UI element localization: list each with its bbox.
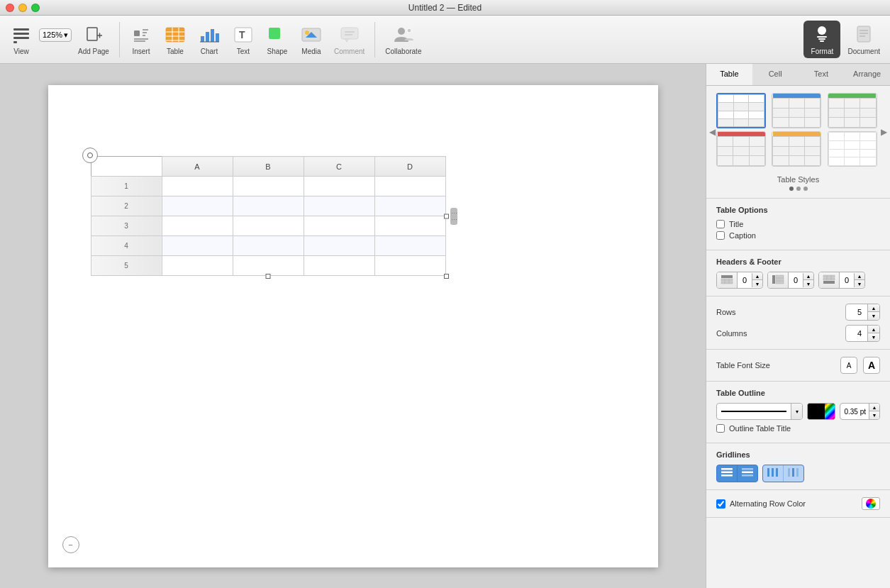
chart-button[interactable]: Chart bbox=[194, 21, 225, 58]
caption-checkbox[interactable] bbox=[716, 231, 725, 240]
rows-up[interactable]: ▲ bbox=[868, 304, 879, 312]
style-plain[interactable] bbox=[716, 93, 766, 128]
font-size-decrease[interactable]: A bbox=[840, 357, 857, 374]
style-green-header[interactable] bbox=[828, 93, 877, 128]
cell-4a[interactable] bbox=[162, 236, 233, 256]
shape-button[interactable]: Shape bbox=[262, 21, 293, 58]
document-button[interactable]: Document bbox=[843, 21, 884, 58]
col-header-a[interactable]: A bbox=[162, 157, 233, 177]
outline-pt-value[interactable]: 0.35 pt bbox=[840, 408, 869, 416]
style-no-lines[interactable] bbox=[828, 131, 877, 167]
col-header-c[interactable]: C bbox=[304, 157, 374, 177]
alt-row-color-wheel[interactable] bbox=[866, 499, 876, 509]
minimize-button[interactable] bbox=[18, 4, 27, 12]
header-rows-up[interactable]: ▲ bbox=[752, 273, 762, 280]
cell-5b[interactable] bbox=[233, 256, 304, 276]
format-button[interactable]: Format bbox=[803, 21, 840, 58]
columns-up[interactable]: ▲ bbox=[868, 326, 879, 333]
gridlines-all-cols[interactable] bbox=[763, 465, 784, 482]
cell-4b[interactable] bbox=[233, 236, 304, 256]
zoom-select[interactable]: 125% ▾ bbox=[39, 28, 72, 42]
cell-2c[interactable] bbox=[304, 196, 374, 216]
title-checkbox[interactable] bbox=[716, 220, 725, 228]
maximize-button[interactable] bbox=[31, 4, 40, 12]
cell-5a[interactable] bbox=[162, 256, 233, 276]
gridlines-all-rows[interactable] bbox=[717, 465, 738, 482]
header-rows-down[interactable]: ▼ bbox=[752, 280, 762, 287]
view-button[interactable]: View bbox=[6, 21, 37, 58]
outline-title-checkbox[interactable] bbox=[716, 424, 725, 433]
columns-value[interactable]: 4 bbox=[846, 328, 867, 339]
gridlines-inner-cols[interactable] bbox=[784, 465, 803, 482]
canvas-area[interactable]: ⋮⋮ A B C D 1 bbox=[0, 64, 706, 588]
cell-1d[interactable] bbox=[374, 177, 445, 196]
font-size-increase[interactable]: A bbox=[863, 357, 880, 374]
outline-pt-down[interactable]: ▼ bbox=[869, 411, 879, 419]
cell-3d[interactable] bbox=[374, 216, 445, 236]
col-header-d[interactable]: D bbox=[374, 157, 445, 177]
collaborate-button[interactable]: Collaborate bbox=[381, 21, 425, 58]
tab-cell[interactable]: Cell bbox=[752, 64, 799, 85]
cell-5c[interactable] bbox=[304, 256, 374, 276]
cell-3b[interactable] bbox=[233, 216, 304, 236]
cell-2a[interactable] bbox=[162, 196, 233, 216]
header-cols-down[interactable]: ▼ bbox=[803, 280, 813, 287]
tab-arrange[interactable]: Arrange bbox=[844, 64, 890, 85]
tab-table[interactable]: Table bbox=[706, 64, 752, 85]
table-remove-btn[interactable]: − bbox=[62, 536, 79, 553]
cell-1c[interactable] bbox=[304, 177, 374, 196]
footer-rows-down[interactable]: ▼ bbox=[855, 280, 864, 287]
gridlines-inner-rows[interactable] bbox=[738, 465, 757, 482]
header-cols-up[interactable]: ▲ bbox=[803, 273, 813, 280]
cell-3a[interactable] bbox=[162, 216, 233, 236]
cell-2d[interactable] bbox=[374, 196, 445, 216]
cell-4d[interactable] bbox=[374, 236, 445, 256]
col-header-b[interactable]: B bbox=[233, 157, 304, 177]
style-blue-header[interactable] bbox=[772, 93, 821, 128]
table-button[interactable]: Table bbox=[160, 21, 191, 58]
page: ⋮⋮ A B C D 1 bbox=[48, 85, 658, 567]
cell-5d[interactable] bbox=[374, 256, 445, 276]
resize-handle-right[interactable] bbox=[444, 213, 449, 218]
outline-color-swatch[interactable] bbox=[807, 403, 835, 420]
svg-rect-59 bbox=[721, 468, 733, 470]
cell-1a[interactable] bbox=[162, 177, 233, 196]
minus-icon[interactable]: − bbox=[62, 536, 79, 553]
table-drag-handle[interactable]: ⋮⋮ bbox=[450, 156, 457, 276]
window-title: Untitled 2 — Edited bbox=[408, 3, 482, 13]
insert-button[interactable]: Insert bbox=[126, 21, 157, 58]
cell-4c[interactable] bbox=[304, 236, 374, 256]
outline-color-wheel[interactable] bbox=[825, 404, 835, 419]
collaborate-label: Collaborate bbox=[385, 48, 421, 55]
table-container[interactable]: ⋮⋮ A B C D 1 bbox=[91, 156, 446, 276]
add-page-button[interactable]: Add Page bbox=[74, 21, 113, 58]
sidebar-collapse-arrow[interactable]: ◀ bbox=[706, 121, 706, 142]
tab-text[interactable]: Text bbox=[799, 64, 845, 85]
outline-pt-up[interactable]: ▲ bbox=[869, 404, 879, 411]
rows-down[interactable]: ▼ bbox=[868, 312, 879, 320]
styles-prev-arrow[interactable]: ◀ bbox=[709, 127, 716, 137]
footer-rows-up[interactable]: ▲ bbox=[855, 273, 864, 280]
zoom-control[interactable]: 125% ▾ View bbox=[40, 21, 71, 58]
outline-style-select[interactable]: ▾ bbox=[716, 403, 803, 420]
close-button[interactable] bbox=[6, 4, 14, 12]
table-select-handle[interactable] bbox=[82, 148, 98, 163]
columns-down[interactable]: ▼ bbox=[868, 333, 879, 341]
comment-button[interactable]: Comment bbox=[330, 21, 369, 58]
outline-dropdown-arrow[interactable]: ▾ bbox=[791, 404, 802, 419]
titlebar: Untitled 2 — Edited bbox=[0, 0, 890, 16]
style-red-header[interactable] bbox=[716, 131, 766, 167]
resize-handle-bottom[interactable] bbox=[266, 274, 271, 279]
svg-rect-56 bbox=[823, 281, 835, 284]
rows-value[interactable]: 5 bbox=[846, 306, 867, 318]
cell-2b[interactable] bbox=[233, 196, 304, 216]
cell-1b[interactable] bbox=[233, 177, 304, 196]
styles-next-arrow[interactable]: ▶ bbox=[881, 127, 887, 137]
alt-row-checkbox[interactable] bbox=[716, 499, 725, 509]
alt-row-color-swatch[interactable] bbox=[862, 497, 880, 510]
cell-3c[interactable] bbox=[304, 216, 374, 236]
media-button[interactable]: Media bbox=[296, 21, 327, 58]
text-button[interactable]: T Text bbox=[228, 21, 259, 58]
style-orange-header[interactable] bbox=[772, 131, 821, 167]
resize-handle-bottom-right[interactable] bbox=[444, 274, 449, 279]
